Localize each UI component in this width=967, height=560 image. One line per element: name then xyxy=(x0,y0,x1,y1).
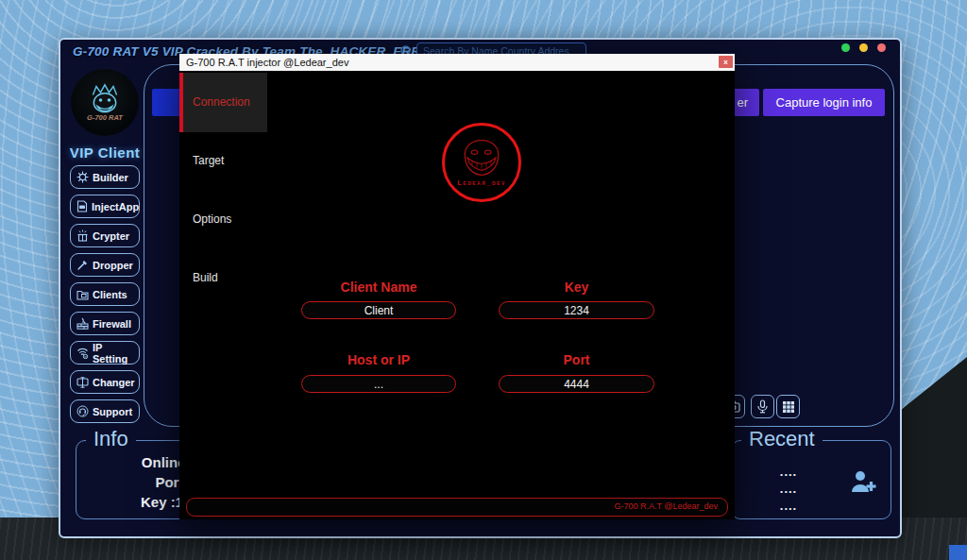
port-label: Port xyxy=(499,352,654,367)
trollface-icon xyxy=(458,138,505,178)
recent-row: .... xyxy=(758,498,819,515)
box-icon xyxy=(76,229,89,242)
sidebar-item-injectapp[interactable]: InjectApp xyxy=(70,195,140,218)
sidebar-item-ipsetting[interactable]: IP Setting xyxy=(70,341,140,365)
dropper-icon xyxy=(76,259,89,271)
dialog-logo: Ledear_dev xyxy=(442,123,521,202)
host-label: Host or IP xyxy=(301,352,456,367)
client-name-label: Client Name xyxy=(301,280,456,295)
key-input[interactable] xyxy=(499,301,654,319)
traffic-light-red[interactable] xyxy=(877,43,886,52)
sidebar-item-label: Changer xyxy=(93,377,135,388)
recent-row: .... xyxy=(758,464,819,481)
folder-icon xyxy=(76,289,89,300)
port-input[interactable] xyxy=(499,375,654,393)
app-logo: G-700 RAT xyxy=(71,69,139,136)
sidebar-item-dropper[interactable]: Dropper xyxy=(70,253,140,277)
sidebar-item-changer[interactable]: Changer xyxy=(70,370,140,394)
sidebar-item-firewall[interactable]: Firewall xyxy=(70,312,140,335)
wifi-icon xyxy=(76,347,89,359)
headset-icon xyxy=(76,405,89,417)
client-name-input[interactable] xyxy=(301,301,456,319)
sidebar-item-crypter[interactable]: Crypter xyxy=(70,224,140,247)
dialog-titlebar[interactable]: G-700 R.A.T injector @Ledear_dev x xyxy=(179,54,735,71)
sidebar-item-label: Support xyxy=(93,406,132,417)
logo-text: G-700 RAT xyxy=(87,113,123,122)
tab-connection[interactable]: Connection xyxy=(193,95,250,109)
sidebar-item-label: Builder xyxy=(93,172,128,183)
monitor-icon xyxy=(76,377,89,388)
sidebar-item-label: Crypter xyxy=(93,230,129,242)
capture-login-info-button[interactable]: Capture login info xyxy=(763,89,885,116)
desktop-corner-rect xyxy=(949,545,967,560)
microphone-icon[interactable] xyxy=(751,395,774,418)
dialog-logo-caption: Ledear_dev xyxy=(457,178,506,187)
info-legend: Info xyxy=(86,427,136,451)
firewall-icon xyxy=(76,317,89,330)
menu-active-bar xyxy=(179,73,183,132)
tab-options[interactable]: Options xyxy=(193,212,231,226)
vip-client-label: VIP Client xyxy=(60,144,149,161)
sidebar-item-label: Dropper xyxy=(93,260,133,271)
sidebar-item-support[interactable]: Support xyxy=(70,399,140,423)
key-label: Key xyxy=(499,280,654,295)
traffic-light-green[interactable] xyxy=(841,43,850,52)
dialog-title: G-700 R.A.T injector @Ledear_dev xyxy=(186,54,348,71)
host-input[interactable] xyxy=(301,375,456,393)
sidebar-item-builder[interactable]: Builder xyxy=(70,165,140,189)
tab-target[interactable]: Target xyxy=(193,154,224,167)
dialog-footer: G-700 R.A.T @Ledear_dev xyxy=(186,498,728,517)
traffic-light-yellow[interactable] xyxy=(859,43,868,52)
file-api-icon xyxy=(76,200,88,212)
recent-panel: Recent .... .... .... xyxy=(731,440,891,519)
sidebar-item-label: InjectApp xyxy=(92,201,139,212)
tab-build[interactable]: Build xyxy=(193,271,218,284)
add-user-icon[interactable] xyxy=(849,467,877,496)
injector-dialog: G-700 R.A.T injector @Ledear_dev x Conne… xyxy=(179,54,735,519)
grid-icon[interactable] xyxy=(776,395,800,418)
sidebar-item-label: Firewall xyxy=(93,318,131,330)
sidebar-item-clients[interactable]: Clients xyxy=(70,282,140,306)
recent-legend: Recent xyxy=(741,427,823,451)
virus-icon xyxy=(76,171,89,183)
sidebar-item-label: IP Setting xyxy=(93,342,139,365)
close-icon[interactable]: x xyxy=(719,56,733,68)
recent-row: .... xyxy=(758,481,819,498)
sidebar-item-label: Clients xyxy=(93,289,127,300)
